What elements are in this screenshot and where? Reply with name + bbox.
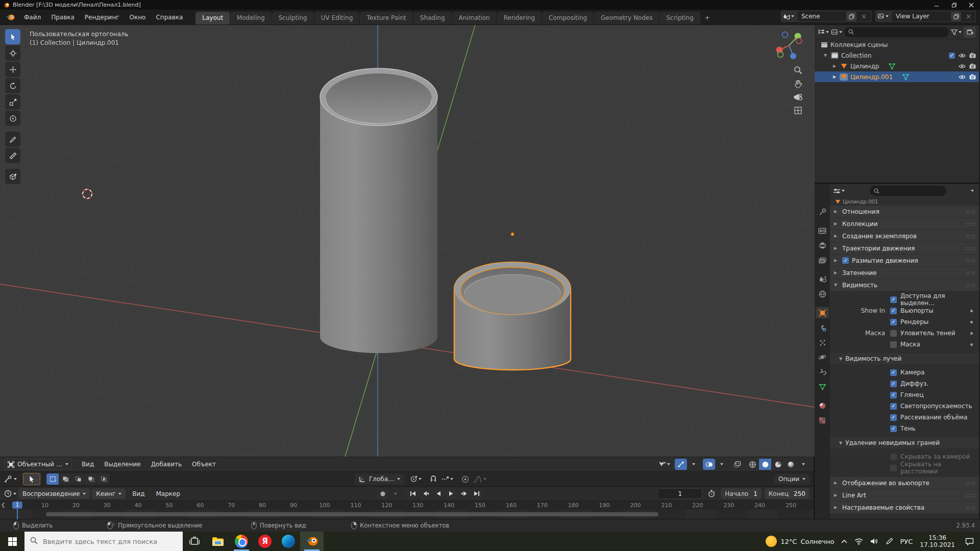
frame-end-field[interactable]: Конец250 xyxy=(765,488,810,499)
drag-grip-icon[interactable] xyxy=(966,283,975,288)
panel-visibility[interactable]: ▼Видимость xyxy=(830,279,979,291)
drag-grip-icon[interactable] xyxy=(966,270,975,276)
yandex-browser-button[interactable] xyxy=(253,532,277,551)
outliner-filter-dropdown[interactable] xyxy=(951,29,962,35)
properties-filter-dropdown[interactable] xyxy=(971,190,974,192)
menu-window[interactable]: Окно xyxy=(125,12,151,23)
viewport-menu-add[interactable]: Добавить xyxy=(146,459,186,470)
workspace-tab-modeling[interactable]: Modeling xyxy=(230,12,272,24)
cylinder-object[interactable] xyxy=(320,68,437,353)
frame-start-field[interactable]: Начало1 xyxy=(721,488,761,499)
weather-widget[interactable]: 12°C Солнечно xyxy=(766,536,834,547)
disable-in-renders-camera-icon[interactable] xyxy=(969,53,976,58)
menu-help[interactable]: Справка xyxy=(151,12,187,23)
workspace-tab-shading[interactable]: Shading xyxy=(413,12,452,24)
workspace-tab-sculpting[interactable]: Sculpting xyxy=(272,12,314,24)
expand-collapse-icon[interactable]: ▼ xyxy=(823,53,828,58)
workspace-tab-geometry-nodes[interactable]: Geometry Nodes xyxy=(594,12,659,24)
tool-select-box[interactable] xyxy=(5,29,20,44)
tool-add-cube[interactable] xyxy=(5,169,20,184)
outliner-search-input[interactable] xyxy=(844,27,949,37)
panel-line-art[interactable]: ▶Line Art xyxy=(830,489,979,501)
chrome-button[interactable] xyxy=(230,532,253,551)
auto-keying-record-button[interactable] xyxy=(377,488,389,499)
viewport-menu-object[interactable]: Объект xyxy=(187,459,220,470)
tool-move[interactable] xyxy=(5,62,20,77)
previous-keyframe-button[interactable] xyxy=(420,488,432,499)
blender-taskbar-button[interactable] xyxy=(300,532,324,551)
shading-wireframe-button[interactable] xyxy=(746,459,758,470)
tab-world-properties[interactable] xyxy=(816,288,829,299)
view-layer-browse-button[interactable] xyxy=(875,11,891,22)
volume-icon[interactable] xyxy=(870,538,878,545)
drag-grip-icon[interactable] xyxy=(966,246,975,251)
blender-logo-icon[interactable] xyxy=(5,14,15,21)
ray-diffuse-checkbox[interactable] xyxy=(890,381,897,387)
tab-tool-properties[interactable] xyxy=(816,206,829,217)
snap-target-dropdown[interactable] xyxy=(440,473,455,485)
outliner-scope-dropdown[interactable] xyxy=(831,29,842,35)
select-mode-subtract[interactable] xyxy=(72,473,84,485)
scene-copy-button[interactable] xyxy=(846,12,856,21)
tab-output-properties[interactable] xyxy=(816,240,829,251)
show-gizmo-toggle[interactable] xyxy=(675,459,687,470)
transform-orientation-dropdown[interactable]: Глоба… xyxy=(355,474,404,485)
menu-render[interactable]: Рендеринг xyxy=(80,12,124,23)
keying-menu[interactable]: Кеинг xyxy=(92,488,126,499)
disable-in-renders-camera-icon[interactable] xyxy=(969,63,976,69)
taskbar-search-input[interactable] xyxy=(24,532,183,551)
current-frame-indicator[interactable]: 1 xyxy=(12,502,22,509)
task-view-button[interactable] xyxy=(183,532,206,551)
play-button[interactable] xyxy=(445,488,457,499)
gizmo-dropdown[interactable] xyxy=(688,459,700,470)
minimize-button[interactable] xyxy=(928,0,945,10)
tab-object-data-properties[interactable] xyxy=(816,381,829,392)
proportional-editing-toggle[interactable] xyxy=(459,473,471,485)
proportional-falloff-dropdown[interactable] xyxy=(472,473,488,485)
outliner-row-cylinder-001-selected[interactable]: ▶ Цилиндр.001 xyxy=(815,71,979,82)
shading-rendered-button[interactable] xyxy=(785,459,797,470)
next-keyframe-button[interactable] xyxy=(458,488,470,499)
hide-in-viewport-eye-icon[interactable] xyxy=(959,74,966,80)
wifi-icon[interactable] xyxy=(854,538,863,545)
drag-grip-icon[interactable] xyxy=(966,221,975,227)
edge-button[interactable] xyxy=(277,532,300,551)
subpanel-culling[interactable]: ▼Удаление невидимых граней xyxy=(830,437,979,448)
drag-grip-icon[interactable] xyxy=(966,234,975,239)
editor-type-dropdown[interactable] xyxy=(4,490,16,497)
scene-name-field[interactable]: Scene xyxy=(801,13,844,20)
timeline-ruler[interactable]: ❮ 1 102030405060708090100110120130140150… xyxy=(0,500,814,510)
pan-view-button[interactable] xyxy=(794,80,802,88)
ray-shadow-checkbox[interactable] xyxy=(890,425,897,432)
drag-grip-icon[interactable] xyxy=(966,481,975,486)
timeline-menu-view[interactable]: Вид xyxy=(128,488,149,499)
ray-glossy-checkbox[interactable] xyxy=(890,392,897,398)
shading-solid-button[interactable] xyxy=(759,459,771,470)
jump-to-end-button[interactable] xyxy=(471,488,483,499)
3d-scene-canvas[interactable] xyxy=(0,25,815,457)
hide-in-viewport-eye-icon[interactable] xyxy=(959,53,966,58)
view-layer-remove-button[interactable] xyxy=(963,12,973,21)
clock-widget[interactable]: 15:36 17.10.2021 xyxy=(920,534,955,548)
hide-in-viewport-eye-icon[interactable] xyxy=(959,64,966,69)
show-in-viewports-checkbox[interactable] xyxy=(890,308,897,314)
panel-collections[interactable]: ▶Коллекции xyxy=(830,218,979,230)
timeline-track[interactable] xyxy=(0,510,814,519)
shading-dropdown[interactable] xyxy=(797,459,810,470)
camera-cull-checkbox[interactable] xyxy=(890,454,897,460)
tab-physics-properties[interactable] xyxy=(816,352,829,363)
panel-custom-properties[interactable]: ▶Настраиваемые свойства xyxy=(830,502,979,513)
use-preview-range-toggle[interactable] xyxy=(705,488,718,499)
timeline-scrollbar[interactable] xyxy=(46,512,658,516)
expand-collapse-icon[interactable]: ▶ xyxy=(832,74,837,79)
keying-set-dropdown[interactable] xyxy=(389,488,402,499)
ray-camera-checkbox[interactable] xyxy=(890,369,897,376)
xray-toggle[interactable] xyxy=(731,459,743,470)
workspace-tab-uv-editing[interactable]: UV Editing xyxy=(314,12,360,24)
mode-selector[interactable]: Объектный … xyxy=(4,459,72,470)
holdout-checkbox[interactable] xyxy=(890,341,897,348)
3d-viewport[interactable]: Пользовательская ортогональ (1) Collecti… xyxy=(0,25,815,457)
language-indicator[interactable]: РУС xyxy=(900,538,913,545)
outliner-row-cylinder[interactable]: ▶ Цилиндр xyxy=(815,61,979,71)
start-button[interactable] xyxy=(0,532,24,551)
